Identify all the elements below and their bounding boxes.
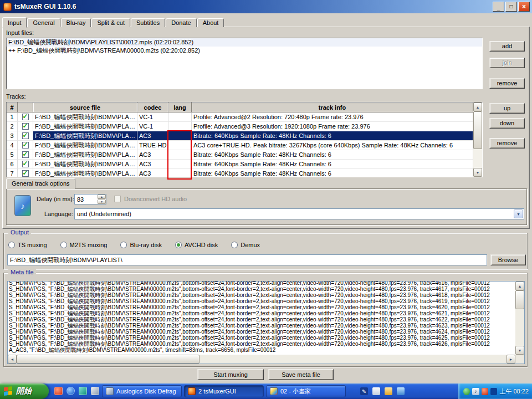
spin-up-button[interactable]: ▲ xyxy=(98,195,106,199)
join-button[interactable]: join xyxy=(489,58,525,68)
tray-antivirus-icon[interactable] xyxy=(463,388,470,395)
spin-down-button[interactable]: ▼ xyxy=(98,200,106,204)
quick-launch-icon-2[interactable] xyxy=(66,387,75,395)
quick-launch-bar: » xyxy=(54,387,106,395)
track-source: F:\BD_蝙蝠俠開戰時刻\BDMV\PLA… xyxy=(33,141,137,150)
system-tray: ♪ 上午 08:22 xyxy=(458,383,532,399)
taskbar-item-disk-defrag[interactable]: Auslogics Disk Defrag xyxy=(102,385,182,397)
taskbar-tool-icon[interactable] xyxy=(385,387,392,395)
table-row[interactable]: 7 ✓ F:\BD_蝙蝠俠開戰時刻\BDMV\PLA… AC3 Bitrate:… xyxy=(7,169,473,177)
track-enabled-checkbox[interactable]: ✓ xyxy=(22,142,29,149)
quick-launch-icon-4[interactable] xyxy=(91,387,99,395)
track-enabled-checkbox[interactable]: ✓ xyxy=(22,151,29,158)
check-icon: ✓ xyxy=(23,169,28,177)
column-header-lang[interactable]: lang xyxy=(168,103,192,112)
radio-avchd-disk[interactable]: AVCHD disk xyxy=(175,242,218,248)
delay-spinner[interactable]: 83 ▲ ▼ xyxy=(74,194,106,204)
tab-bluray[interactable]: Blu-ray xyxy=(61,18,91,27)
scroll-thumb[interactable] xyxy=(473,111,482,149)
scroll-right-button[interactable]: ► xyxy=(507,355,515,364)
column-header-info[interactable]: track info xyxy=(192,103,473,112)
column-header-codec[interactable]: codec xyxy=(137,103,168,112)
start-muxing-button[interactable]: Start muxing xyxy=(197,369,264,380)
tray-update-icon[interactable] xyxy=(482,388,488,395)
language-dropdown[interactable]: und (Undetermined) ▼ xyxy=(74,208,524,219)
table-row-selected[interactable]: 3 ✓ F:\BD_蝙蝠俠開戰時刻\BDMV\PLA… AC3 Bitrate:… xyxy=(7,131,473,141)
tracks-label: Tracks: xyxy=(6,93,26,100)
scroll-thumb[interactable] xyxy=(17,355,200,364)
column-header-checkbox[interactable] xyxy=(18,103,33,112)
table-row[interactable]: 5 ✓ F:\BD_蝙蝠俠開戰時刻\BDMV\PLA… AC3 Bitrate:… xyxy=(7,150,473,160)
track-enabled-checkbox[interactable]: ✓ xyxy=(22,170,29,177)
remove-track-button[interactable]: remove xyxy=(489,138,525,149)
column-header-number[interactable]: # xyxy=(7,103,18,112)
minimize-button[interactable]: _ xyxy=(493,2,504,12)
list-item[interactable]: F:\BD_蝙蝠俠開戰時刻\BDMV\PLAYLIST\00012.mpls (… xyxy=(7,38,482,47)
radio-m2ts-muxing[interactable]: M2TS muxing xyxy=(60,242,108,248)
taskbar-pen-icon[interactable]: ✎ xyxy=(360,387,368,395)
track-enabled-checkbox[interactable]: ✓ xyxy=(22,114,29,120)
delay-label: Delay (in ms): xyxy=(37,196,74,202)
language-value: und (Undetermined) xyxy=(74,208,524,219)
quick-launch-icon-3[interactable] xyxy=(79,387,87,395)
table-row[interactable]: 6 ✓ F:\BD_蝙蝠俠開戰時刻\BDMV\PLA… AC3 Bitrate:… xyxy=(7,160,473,169)
input-files-list[interactable]: F:\BD_蝙蝠俠開戰時刻\BDMV\PLAYLIST\00012.mpls (… xyxy=(6,38,483,89)
browse-button[interactable]: Browse xyxy=(490,254,526,265)
downconvert-checkbox[interactable] xyxy=(114,196,121,202)
language-label: Language: xyxy=(44,211,73,217)
quick-launch-icon-1[interactable] xyxy=(54,387,63,395)
taskbar-item-tsmuxergui[interactable]: 2 tsMuxerGUI xyxy=(184,385,264,397)
scroll-down-button[interactable]: ▼ xyxy=(473,168,482,177)
taskbar-ime-icon[interactable] xyxy=(372,387,380,395)
table-row[interactable]: 2 ✓ F:\BD_蝙蝠俠開戰時刻\BDMV\PLA… VC-1 Profile… xyxy=(7,122,473,131)
metafile-textarea[interactable]: S_HDMV/PGS, "F:\BD_蝙蝠俠開戰時刻\BDMV\STREAM\0… xyxy=(7,281,525,364)
metafile-vertical-scrollbar[interactable]: ▲ ▼ xyxy=(515,282,524,355)
tab-input[interactable]: Input xyxy=(2,17,27,28)
track-codec: VC-1 xyxy=(137,122,168,131)
output-path-input[interactable]: F:\BD_蝙蝠俠開戰時刻\BDMV\PLAYLIST\ xyxy=(7,254,487,265)
table-row[interactable]: 1 ✓ F:\BD_蝙蝠俠開戰時刻\BDMV\PLA… VC-1 Profile… xyxy=(7,112,473,122)
radio-demux[interactable]: Demux xyxy=(231,242,260,248)
general-track-options-tab[interactable]: General track options xyxy=(6,178,75,189)
track-enabled-checkbox[interactable]: ✓ xyxy=(22,123,29,130)
scroll-down-button[interactable]: ▼ xyxy=(515,346,524,355)
taskbar-monitor-icon[interactable] xyxy=(397,387,405,395)
check-icon: ✓ xyxy=(23,122,28,130)
tab-split-cut[interactable]: Split & cut xyxy=(91,18,130,27)
list-item[interactable]: ++ F:\BD_蝙蝠俠開戰時刻\BDMV\STREAM\00000.m2ts … xyxy=(7,47,482,55)
save-meta-file-button[interactable]: Save meta file xyxy=(268,369,334,380)
radio-icon xyxy=(60,242,67,248)
track-info: Bitrate: 640Kbps Sample Rate: 48KHz Chan… xyxy=(192,169,473,177)
radio-bluray-disk[interactable]: Blu-ray disk xyxy=(120,242,161,248)
tray-network-icon[interactable] xyxy=(490,388,497,395)
tab-subtitles[interactable]: Subtitles xyxy=(131,18,165,27)
scroll-left-button[interactable]: ◄ xyxy=(8,355,17,364)
down-button[interactable]: down xyxy=(489,118,525,129)
close-button[interactable]: × xyxy=(518,2,530,12)
add-button[interactable]: add xyxy=(489,41,525,52)
tab-general[interactable]: General xyxy=(27,18,60,27)
table-row[interactable]: 4 ✓ F:\BD_蝙蝠俠開戰時刻\BDMV\PLA… TRUE-HD AC3 … xyxy=(7,141,473,150)
dropdown-button[interactable]: ▼ xyxy=(514,209,523,218)
scroll-up-button[interactable]: ▲ xyxy=(473,103,482,111)
scroll-up-button[interactable]: ▲ xyxy=(515,282,524,290)
start-button[interactable]: 開始 xyxy=(0,383,49,399)
taskbar-item-paint[interactable]: 02 - 小畫家 xyxy=(266,385,346,397)
track-lang xyxy=(168,131,192,141)
metafile-horizontal-scrollbar[interactable]: ◄ ► xyxy=(8,355,515,364)
column-header-source[interactable]: source file xyxy=(33,103,137,112)
tab-about[interactable]: About xyxy=(197,18,224,27)
tab-donate[interactable]: Donate xyxy=(166,18,196,27)
tracks-scrollbar[interactable]: ▲ ▼ xyxy=(473,103,482,177)
radio-ts-muxing[interactable]: TS muxing xyxy=(8,242,47,248)
remove-file-button[interactable]: remove xyxy=(489,78,525,89)
track-enabled-checkbox[interactable]: ✓ xyxy=(22,161,29,167)
task-label: 2 tsMuxerGUI xyxy=(198,388,236,395)
track-source: F:\BD_蝙蝠俠開戰時刻\BDMV\PLA… xyxy=(33,160,137,169)
tray-volume-icon[interactable]: ♪ xyxy=(472,388,479,395)
scroll-thumb[interactable] xyxy=(515,290,524,309)
track-enabled-checkbox[interactable]: ✓ xyxy=(22,132,29,139)
up-button[interactable]: up xyxy=(489,103,525,114)
restore-button[interactable]: □ xyxy=(505,2,517,12)
audio-track-icon: ♪ xyxy=(14,195,31,216)
